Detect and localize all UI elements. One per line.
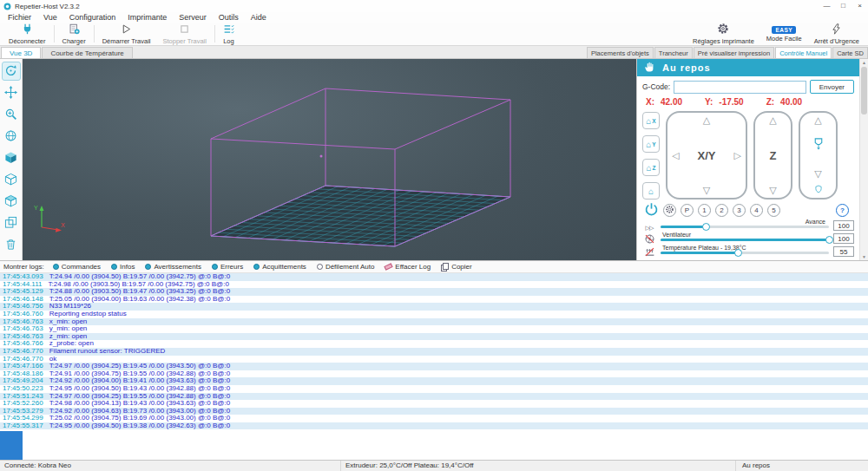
parallel-projection-button[interactable]	[2, 213, 21, 232]
easy-mode-button[interactable]: EASY Mode Facile	[760, 23, 808, 45]
rotate-view-button[interactable]	[2, 62, 21, 81]
close-button[interactable]: ×	[852, 0, 868, 12]
tab-controle-manuel[interactable]: Contrôle Manuel	[775, 47, 832, 58]
3d-viewport[interactable]: Y X	[23, 59, 636, 260]
fan-off-icon[interactable]	[642, 233, 656, 245]
log-message: Reporting endstop status	[49, 311, 127, 317]
menu-configuration[interactable]: Configuration	[63, 13, 122, 22]
filter-commandes-button[interactable]: Commandes	[49, 262, 105, 271]
start-job-button[interactable]: Démarrer Travail	[96, 23, 157, 45]
tab-placements-objets[interactable]: Placements d'objets	[587, 47, 654, 58]
log-lines[interactable]: 17:45:43.093T:24.94 /0.00 (3904.50) B:19…	[0, 273, 868, 429]
log-row: 17:45:49.204T:24.92 /0.00 (3904.00) B:19…	[0, 377, 868, 385]
home-x-button[interactable]: ⌂X	[642, 112, 660, 129]
preset-4-button[interactable]: 4	[750, 204, 763, 217]
bed-temp-slider-thumb[interactable]	[734, 249, 742, 257]
send-gcode-button[interactable]: Envoyer	[810, 80, 854, 94]
jog-z-minus-button[interactable]: ▽	[769, 186, 776, 195]
menu-outils[interactable]: Outils	[213, 13, 245, 22]
scrollbar-thumb[interactable]	[861, 67, 867, 114]
printer-settings-button[interactable]: Réglages imprimante	[687, 23, 760, 45]
motor-off-button[interactable]	[663, 204, 676, 217]
copy-log-button[interactable]: Copier	[437, 262, 477, 272]
tab-vue-3d[interactable]: Vue 3D	[1, 47, 41, 58]
home-all-button[interactable]: ⌂	[642, 182, 660, 200]
fan-slider-thumb[interactable]	[825, 236, 833, 244]
preset-1-button[interactable]: 1	[698, 204, 711, 217]
menu-vue[interactable]: Vue	[37, 13, 63, 22]
cube-outline-icon	[4, 173, 17, 187]
scroll-up-arrow[interactable]: ▲	[860, 60, 868, 65]
bed-heat-off-icon[interactable]	[642, 246, 656, 258]
log-message: T:24.98 /0.00 (3903.50) B:19.57 /0.00 (3…	[49, 281, 229, 288]
tab-trancheur[interactable]: Trancheur	[654, 47, 693, 58]
minimize-button[interactable]: —	[819, 0, 835, 12]
preset-2-button[interactable]: 2	[715, 204, 728, 217]
zoom-view-button[interactable]	[2, 105, 21, 124]
retract-shield-icon[interactable]	[813, 185, 823, 196]
feedrate-slider[interactable]: Avance	[661, 219, 829, 232]
fan-slider[interactable]: Ventilateur	[661, 232, 829, 245]
jog-z-plus-button[interactable]: △	[769, 115, 776, 125]
extrude-retract-button[interactable]: △	[814, 115, 821, 125]
disconnect-button[interactable]: Déconnecter	[3, 23, 52, 45]
extrude-feed-button[interactable]: ▽	[814, 169, 821, 179]
log-row: 17:45:46.770Filament runout sensor: TRIG…	[0, 348, 868, 356]
front-view-button[interactable]	[2, 170, 21, 189]
tab-courbe-temperature[interactable]: Courbe de Température	[42, 47, 132, 58]
feedrate-value[interactable]: 100	[833, 220, 854, 231]
log-timestamp: 17:45:49.204	[3, 377, 43, 384]
move-view-button[interactable]	[2, 83, 21, 102]
log-toggle-button[interactable]: Log	[217, 23, 240, 45]
park-button[interactable]: P	[681, 204, 694, 217]
menu-aide[interactable]: Aide	[245, 13, 273, 22]
log-timestamp: 17:45:46.760	[3, 311, 43, 317]
home-z-button[interactable]: ⌂Z	[642, 159, 660, 176]
clear-log-button[interactable]: Effacer Log	[380, 262, 435, 271]
help-button[interactable]: ?	[836, 204, 849, 217]
isometric-view-button[interactable]	[2, 148, 21, 167]
home-icon: ⌂	[648, 186, 654, 196]
bed-temp-value[interactable]: 55	[833, 246, 854, 257]
fan-value[interactable]: 100	[833, 233, 854, 244]
preset-5-button[interactable]: 5	[767, 204, 780, 217]
filter-infos-button[interactable]: Infos	[107, 262, 139, 271]
jog-x-minus-button[interactable]: ◁	[672, 151, 679, 160]
jog-y-minus-button[interactable]: ▽	[703, 186, 710, 195]
jog-y-plus-button[interactable]: △	[703, 115, 710, 125]
menu-fichier[interactable]: Fichier	[2, 13, 37, 22]
log-timestamp: 17:45:52.260	[3, 400, 43, 407]
bed-temp-slider[interactable]: Température Plateau - 19,38°C	[661, 245, 829, 258]
scroll-down-arrow[interactable]: ▼	[860, 254, 868, 259]
maximize-button[interactable]: □	[835, 0, 852, 12]
log-timestamp: 17:45:50.223	[3, 385, 43, 392]
filter-dot-icon	[111, 264, 117, 270]
tab-previsualiser[interactable]: Pré visualiser impression	[694, 47, 774, 58]
menu-serveur[interactable]: Serveur	[173, 13, 213, 22]
filter-erreurs-button[interactable]: Erreurs	[207, 262, 247, 271]
delete-object-button[interactable]	[2, 235, 21, 254]
gcode-input[interactable]	[674, 81, 806, 94]
emergency-stop-button[interactable]: Arrêt d'Urgence	[808, 23, 865, 45]
top-view-button[interactable]	[2, 192, 21, 211]
log-row: 17:45:46.148T:25.05 /0.00 (3904.00) B:19…	[0, 296, 868, 304]
jog-x-plus-button[interactable]: ▷	[734, 151, 741, 160]
feedrate-slider-thumb[interactable]	[702, 223, 710, 231]
panel-scrollbar[interactable]: ▲ ▼	[859, 59, 868, 260]
fit-view-button[interactable]	[2, 127, 21, 146]
log-row: 17:45:46.763x_min: open	[0, 318, 868, 326]
quick-buttons-row: P 1 2 3 4 5 ?	[637, 201, 859, 219]
filter-avertissements-button[interactable]: Avertissements	[141, 262, 206, 271]
log-message: z_min: open	[49, 333, 88, 340]
filter-acquittements-button[interactable]: Acquittements	[249, 262, 311, 271]
home-y-button[interactable]: ⌂Y	[642, 135, 660, 153]
preset-3-button[interactable]: 3	[733, 204, 746, 217]
menu-imprimante[interactable]: Imprimante	[122, 13, 173, 22]
toolbar-button-label: Réglages imprimante	[693, 37, 754, 45]
tab-carte-sd[interactable]: Carte SD	[832, 47, 868, 58]
load-button[interactable]: Charger	[56, 23, 92, 45]
log-timestamp: 17:45:53.279	[3, 408, 43, 415]
autoscroll-button[interactable]: Défilement Auto	[312, 262, 378, 271]
tab-strip: Vue 3D Courbe de Température Placements …	[0, 46, 868, 59]
power-button[interactable]	[644, 202, 659, 219]
